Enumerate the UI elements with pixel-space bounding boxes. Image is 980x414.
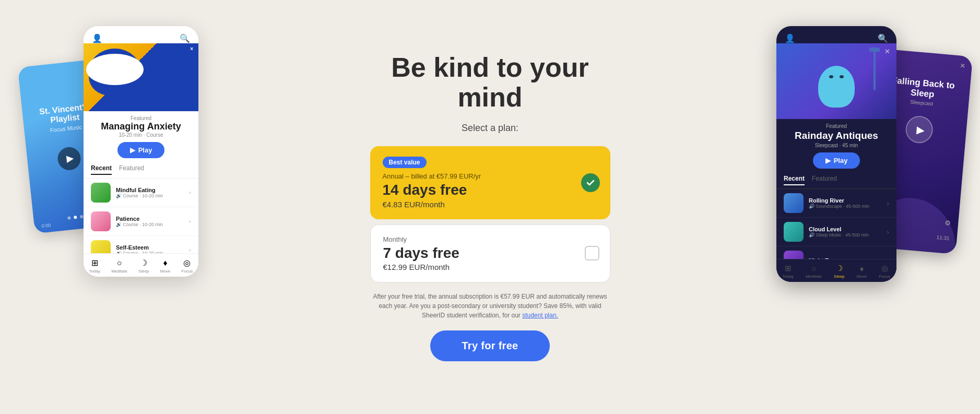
hero-eye-left — [829, 75, 833, 78]
select-plan-label: Select a plan: — [462, 123, 518, 134]
purple-close-icon[interactable]: ✕ — [960, 62, 966, 70]
dark-thumb-cloud-level — [784, 222, 804, 242]
hero-image: × — [84, 43, 198, 111]
left-phones-container: St. Vincent's Playlist Focus Music ▶ 0:0… — [10, 0, 230, 414]
play-icon: ▶ — [66, 152, 74, 164]
list-item-sub: 🔊 Course · 10-20 min — [116, 222, 184, 227]
monthly-days-free: 7 days free — [383, 244, 597, 262]
dark-list-item[interactable]: Rolling River 🔊 Soundscape · 45-500 min … — [776, 189, 896, 218]
dark-nav-meditate-label: Meditate — [806, 274, 822, 279]
dark-close-icon[interactable]: ✕ — [884, 48, 890, 55]
dark-content-title: Rainday Antiques — [776, 129, 896, 143]
nav-meditate[interactable]: ○ Meditate — [111, 258, 127, 274]
thumb-patience — [91, 211, 111, 231]
main-headline: Be kind to your mind — [391, 53, 588, 112]
nav-sleep-label: Sleep — [138, 269, 149, 274]
phone-dark-main: 👤 🔍 ✕ Featured Ra — [776, 26, 896, 282]
dark-user-icon: 👤 — [785, 33, 795, 43]
phone-tabs: Recent Featured — [84, 164, 198, 179]
disclaimer-content: After your free trial, the annual subscr… — [373, 293, 607, 319]
annual-price: €4.83 EUR/month — [383, 200, 598, 209]
sleep-icon: ☽ — [140, 258, 147, 268]
nav-sleep[interactable]: ☽ Sleep — [138, 258, 149, 274]
list-item-info: Mindful Eating 🔊 Course · 10-20 min — [116, 187, 184, 198]
dark-list-info: Cloud Level 🔊 Sleep Music · 45-500 min — [809, 226, 881, 238]
tab-featured[interactable]: Featured — [119, 164, 144, 175]
lamp-post — [873, 49, 876, 90]
lamp-top — [869, 48, 880, 52]
disclaimer-text: After your free trial, the annual subscr… — [365, 292, 616, 320]
plan-cards: Best value Annual – billed at €57.99 EUR… — [370, 146, 610, 288]
student-plan-link[interactable]: student plan. — [522, 312, 558, 319]
chevron-icon: › — [887, 199, 889, 207]
annual-check-indicator — [581, 173, 600, 192]
tab-recent[interactable]: Recent — [91, 164, 112, 175]
dark-nav-move[interactable]: ♦ Move — [857, 264, 867, 279]
phone-course-label: 10-20 min · Course — [84, 132, 198, 138]
phone-content-title: Managing Anxiety — [84, 121, 198, 132]
monthly-price: €12.99 EUR/month — [383, 263, 597, 271]
user-icon: 👤 — [92, 33, 102, 43]
dark-hero-image: ✕ — [776, 43, 896, 119]
nav-move[interactable]: ♦ Move — [160, 258, 171, 274]
dark-nav-today[interactable]: ⊞ Today — [783, 264, 794, 279]
chevron-icon: › — [189, 246, 191, 254]
list-item-title: Patience — [116, 216, 184, 222]
list-item-info: Patience 🔊 Course · 10-20 min — [116, 216, 184, 227]
list-item[interactable]: Mindful Eating 🔊 Course · 10-20 min › — [84, 179, 198, 207]
hero-eye-right — [840, 75, 844, 78]
dark-play-icon: ▶ — [825, 157, 831, 164]
dark-bottom-nav: ⊞ Today ○ Meditate ☽ Sleep ♦ Move ◎ Fo — [776, 259, 896, 282]
monthly-checkbox[interactable] — [585, 246, 599, 261]
dark-nav-sleep-label: Sleep — [834, 274, 844, 279]
play-button-label: Play — [138, 146, 152, 154]
dark-tab-featured[interactable]: Featured — [812, 175, 837, 185]
dark-list-title: Cloud Level — [809, 226, 881, 232]
nav-move-label: Move — [160, 269, 171, 274]
dark-phone-tabs: Recent Featured — [776, 175, 896, 189]
right-phones-container: 👤 🔍 ✕ Featured Ra — [745, 0, 970, 414]
annual-plan-label: Annual – billed at €57.99 EUR/yr — [383, 172, 598, 180]
hero-eyes — [818, 66, 855, 78]
headline-text: Be kind to your mind — [391, 52, 588, 112]
dark-nav-sleep[interactable]: ☽ Sleep — [834, 264, 844, 279]
dark-nav-focus-label: Focus — [879, 274, 891, 279]
dark-nav-move-label: Move — [857, 274, 867, 279]
playlist-play-button[interactable]: ▶ — [56, 146, 81, 171]
purple-time: 11:31 — [936, 234, 950, 241]
phone-play-button[interactable]: ▶ Play — [117, 142, 165, 158]
dark-search-icon: 🔍 — [878, 33, 888, 43]
nav-focus-label: Focus — [182, 269, 193, 274]
list-item[interactable]: Patience 🔊 Course · 10-20 min › — [84, 207, 198, 236]
today-icon: ⊞ — [91, 258, 98, 268]
dark-list-item[interactable]: Cloud Level 🔊 Sleep Music · 45-500 min › — [776, 218, 896, 246]
check-icon — [586, 178, 595, 187]
monthly-plan-card[interactable]: Monthly 7 days free €12.99 EUR/month — [370, 224, 610, 283]
dark-nav-meditate[interactable]: ○ Meditate — [806, 264, 822, 279]
nav-today[interactable]: ⊞ Today — [89, 258, 100, 274]
purple-play-icon: ▶ — [916, 123, 925, 136]
dark-focus-icon: ◎ — [881, 264, 888, 273]
annual-plan-card[interactable]: Best value Annual – billed at €57.99 EUR… — [370, 146, 610, 219]
phone-bottom-nav: ⊞ Today ○ Meditate ☽ Sleep ♦ Move ◎ Fo — [84, 253, 198, 277]
chevron-icon: › — [189, 218, 191, 225]
try-for-free-button[interactable]: Try for free — [430, 330, 549, 361]
dark-nav-today-label: Today — [783, 274, 794, 279]
dark-sleep-icon: ☽ — [836, 264, 843, 273]
featured-label: Featured — [84, 111, 198, 121]
chevron-icon: › — [189, 189, 191, 196]
play-triangle-icon: ▶ — [130, 146, 135, 154]
nav-meditate-label: Meditate — [111, 269, 127, 274]
dark-play-label: Play — [834, 157, 848, 164]
dark-tab-recent[interactable]: Recent — [784, 175, 805, 185]
dark-list-info: Rolling River 🔊 Soundscape · 45-500 min — [809, 197, 881, 209]
center-content: Be kind to your mind Select a plan: Best… — [365, 53, 616, 362]
dark-play-button[interactable]: ▶ Play — [813, 152, 860, 169]
dark-phone-header: 👤 🔍 — [776, 26, 896, 43]
nav-focus[interactable]: ◎ Focus — [182, 258, 193, 274]
gear-icon[interactable]: ⚙ — [944, 218, 952, 228]
thumb-mindful-eating — [91, 183, 111, 203]
dark-nav-focus[interactable]: ◎ Focus — [879, 264, 891, 279]
purple-play-button[interactable]: ▶ — [904, 115, 934, 144]
wave-white — [86, 54, 144, 85]
